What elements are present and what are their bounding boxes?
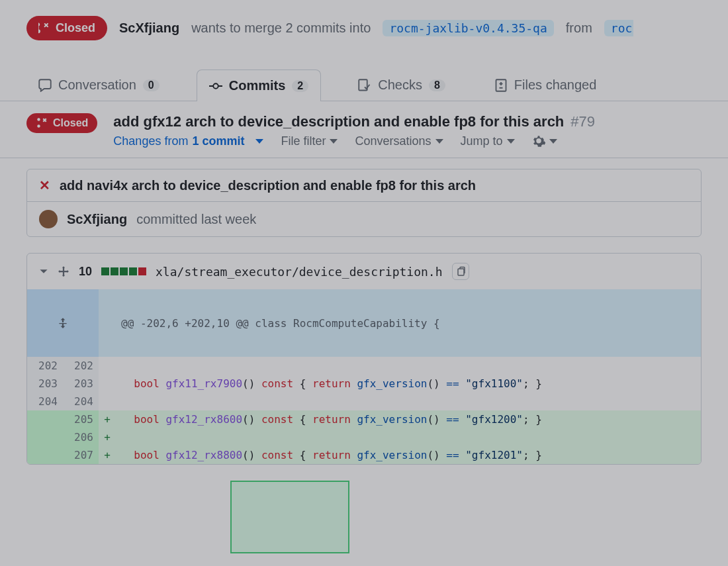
diff-marker: + [99, 428, 116, 446]
diff-marker [99, 375, 116, 393]
diff-file-header: 10 xla/stream_executor/device_descriptio… [27, 254, 701, 289]
diff-code: bool gfx12_rx8600() const { return gfx_v… [116, 410, 701, 428]
tab-checks[interactable]: Checks 8 [346, 70, 457, 101]
diff-code [116, 428, 701, 446]
chevron-down-icon [507, 139, 515, 144]
status-fail-icon: ✕ [39, 177, 50, 193]
comment-icon [38, 79, 52, 92]
tab-checks-count: 8 [429, 79, 445, 91]
copy-icon [455, 266, 466, 277]
diff-hunk-header: @@ -202,6 +202,10 @@ class RocmComputeCa… [27, 289, 701, 357]
tab-conversation-count: 0 [143, 79, 159, 91]
diff-code [116, 357, 701, 375]
line-number-new[interactable]: 207 [63, 446, 99, 464]
conversations-dropdown[interactable]: Conversations [355, 134, 443, 148]
head-branch-chip[interactable]: roc [604, 20, 634, 36]
pr-number: #79 [570, 113, 595, 130]
gear-icon [532, 135, 545, 148]
tab-conversation[interactable]: Conversation 0 [26, 70, 171, 101]
jump-to-dropdown[interactable]: Jump to [461, 134, 515, 148]
diff-code: bool gfx11_rx7900() const { return gfx_v… [116, 375, 701, 393]
diff-line: 202202 [27, 357, 701, 375]
commit-time: committed last week [136, 212, 256, 227]
diff-line: 205+ bool gfx12_rx8600() const { return … [27, 410, 701, 428]
pr-author[interactable]: ScXfjiang [119, 21, 179, 36]
file-filter-dropdown[interactable]: File filter [281, 134, 338, 148]
commit-status-row: ✕ add navi4x arch to device_description … [27, 169, 701, 201]
svg-point-4 [37, 124, 40, 128]
file-diff-icon [494, 79, 508, 92]
pr-title: add gfx12 arch to device_description and… [113, 113, 702, 130]
diff-line: 206+ [27, 428, 701, 446]
unfold-icon[interactable] [57, 317, 69, 329]
tab-commits-count: 2 [292, 80, 308, 92]
chevron-down-icon [435, 139, 443, 144]
tab-checks-label: Checks [378, 77, 422, 93]
status-badge-closed: Closed [26, 16, 107, 40]
drag-handle-icon[interactable] [58, 265, 69, 277]
diff-marker [99, 357, 116, 375]
pr-summary-line: Closed ScXfjiang wants to merge 2 commit… [0, 0, 728, 40]
svg-point-3 [37, 118, 40, 121]
tab-commits[interactable]: Commits 2 [197, 70, 321, 101]
commit-card: ✕ add navi4x arch to device_description … [26, 169, 702, 237]
copy-path-button[interactable] [452, 263, 469, 280]
diff-marker: + [99, 446, 116, 464]
chevron-down-icon[interactable] [39, 267, 48, 276]
git-pull-request-closed-icon [36, 117, 48, 129]
line-number-old[interactable] [27, 410, 63, 428]
pr-tabs: Conversation 0 Commits 2 Checks 8 Files … [0, 40, 728, 101]
svg-point-0 [213, 83, 218, 89]
diff-code: bool gfx12_rx8800() const { return gfx_v… [116, 446, 701, 464]
diff-stat-blocks [101, 267, 146, 275]
diff-code [116, 393, 701, 410]
checklist-icon [358, 79, 371, 92]
tab-files-changed[interactable]: Files changed [482, 70, 609, 101]
git-commit-icon [209, 79, 222, 93]
from-text: from [566, 21, 592, 36]
annotation-highlight [230, 481, 349, 553]
diff-line: 207+ bool gfx12_rx8800() const { return … [27, 446, 701, 464]
line-number-old[interactable] [27, 446, 63, 464]
tab-conversation-label: Conversation [58, 77, 136, 93]
status-badge-closed-small: Closed [26, 113, 97, 133]
line-number-new[interactable]: 205 [63, 410, 99, 428]
diff-titlebar: Closed add gfx12 arch to device_descript… [0, 101, 728, 158]
diff-marker [99, 393, 116, 410]
line-number-old[interactable] [27, 428, 63, 446]
line-number-old[interactable]: 203 [27, 375, 63, 393]
changes-from-dropdown[interactable]: Changes from 1 commit [113, 134, 263, 148]
svg-rect-5 [458, 269, 464, 275]
tab-files-label: Files changed [514, 77, 597, 93]
status-badge-label: Closed [56, 21, 95, 35]
wants-to-merge-text: wants to merge 2 commits into [191, 21, 371, 36]
diff-filename[interactable]: xla/stream_executor/device_description.h [156, 265, 442, 279]
commit-byline-row: ScXfjiang committed last week [27, 201, 701, 236]
diff-change-count: 10 [79, 265, 92, 279]
pr-title-text: add gfx12 arch to device_description and… [113, 113, 564, 130]
line-number-new[interactable]: 202 [63, 357, 99, 375]
chevron-down-icon [549, 139, 557, 144]
commit-message[interactable]: add navi4x arch to device_description an… [60, 178, 476, 193]
diff-marker: + [99, 410, 116, 428]
line-number-new[interactable]: 206 [63, 428, 99, 446]
avatar[interactable] [39, 210, 58, 228]
git-pull-request-closed-icon [38, 23, 50, 34]
diff-file-card: 10 xla/stream_executor/device_descriptio… [26, 253, 702, 465]
diff-table: @@ -202,6 +202,10 @@ class RocmComputeCa… [27, 289, 701, 464]
diff-line: 204204 [27, 393, 701, 410]
diff-settings-button[interactable] [532, 135, 557, 148]
chevron-down-icon [330, 139, 338, 144]
line-number-old[interactable]: 202 [27, 357, 63, 375]
line-number-new[interactable]: 204 [63, 393, 99, 410]
commit-author[interactable]: ScXfjiang [67, 212, 127, 227]
diff-line: 203203 bool gfx11_rx7900() const { retur… [27, 375, 701, 393]
chevron-down-icon [255, 139, 263, 144]
line-number-old[interactable]: 204 [27, 393, 63, 410]
line-number-new[interactable]: 203 [63, 375, 99, 393]
tab-commits-label: Commits [229, 78, 286, 93]
base-branch-chip[interactable]: rocm-jaxlib-v0.4.35-qa [383, 20, 553, 36]
